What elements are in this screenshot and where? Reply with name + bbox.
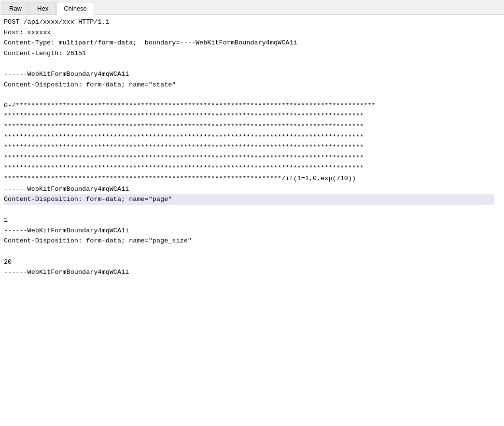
content-line: Content-Disposition: form-data; name="pa… <box>4 236 494 246</box>
content-line: Content-Disposition: form-data; name="st… <box>4 80 494 90</box>
tab-bar: Raw Hex Chinese <box>0 0 504 15</box>
content-line <box>4 205 494 215</box>
content-line: ------WebKitFormBoundary4mqWCA1i <box>4 267 494 278</box>
content-line: ****************************************… <box>4 142 494 153</box>
content-line: ****************************************… <box>4 163 494 173</box>
tab-hex[interactable]: Hex <box>30 2 56 14</box>
content-line: 20 <box>4 257 494 268</box>
content-area: POST /api/xxxx/xxx HTTP/1.1Host: xxxxxxC… <box>0 15 504 421</box>
content-line <box>4 246 494 257</box>
content-line: POST /api/xxxx/xxx HTTP/1.1 <box>4 17 494 28</box>
content-line: ------WebKitFormBoundary4mqWCA1i <box>4 226 494 236</box>
content-line: ------WebKitFormBoundary4mqWCA1i <box>4 184 494 195</box>
content-line: ****************************************… <box>4 153 494 163</box>
content-line <box>4 58 494 69</box>
tab-raw[interactable]: Raw <box>2 2 29 14</box>
content-line: ****************************************… <box>4 121 494 132</box>
content-line <box>4 90 494 100</box>
content-line: ****************************************… <box>4 173 494 184</box>
content-line: 0-/*************************************… <box>4 100 494 111</box>
tab-chinese[interactable]: Chinese <box>56 2 94 15</box>
content-line: ****************************************… <box>4 132 494 142</box>
content-line: Content-Disposition: form-data; name="pa… <box>4 194 494 205</box>
content-line: ------WebKitFormBoundary4mqWCA1i <box>4 69 494 80</box>
content-wrapper: POST /api/xxxx/xxx HTTP/1.1Host: xxxxxxC… <box>0 15 504 421</box>
content-line: ****************************************… <box>4 111 494 121</box>
content-line: Content-Length: 26151 <box>4 48 494 59</box>
content-line: Content-Type: multipart/form-data; bound… <box>4 38 494 48</box>
content-line: Host: xxxxxx <box>4 28 494 38</box>
content-inner: POST /api/xxxx/xxx HTTP/1.1Host: xxxxxxC… <box>0 15 504 280</box>
content-line: 1 <box>4 215 494 226</box>
